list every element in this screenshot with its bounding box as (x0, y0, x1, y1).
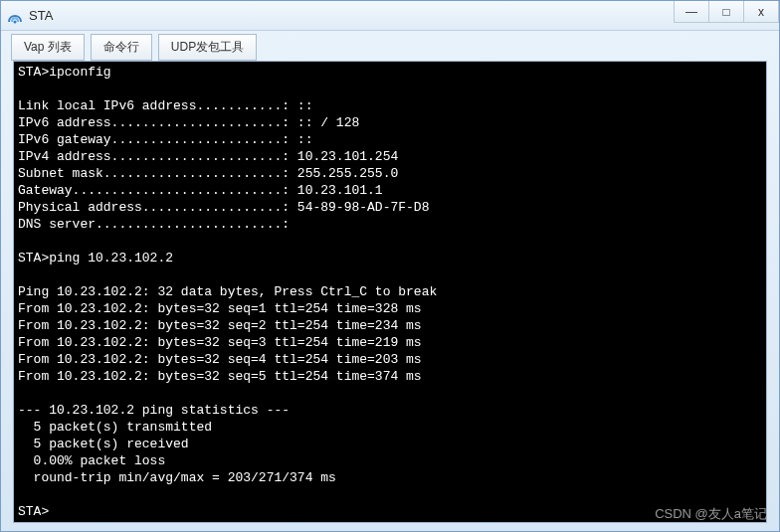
tab-vap-list[interactable]: Vap 列表 (11, 34, 85, 61)
tab-cmd[interactable]: 命令行 (91, 34, 152, 61)
minimize-button[interactable]: — (674, 1, 709, 23)
terminal-output: STA>ipconfig Link local IPv6 address....… (18, 64, 762, 520)
window-controls: — □ x (675, 1, 779, 23)
svg-point-0 (14, 20, 17, 23)
titlebar[interactable]: STA — □ x (1, 1, 779, 31)
maximize-button[interactable]: □ (708, 1, 744, 23)
window-title: STA (29, 8, 773, 23)
app-window: STA — □ x Vap 列表 命令行 UDP发包工具 STA>ipconfi… (0, 0, 780, 532)
tab-bar: Vap 列表 命令行 UDP发包工具 (1, 31, 779, 61)
tab-udp[interactable]: UDP发包工具 (158, 34, 257, 61)
terminal-panel[interactable]: STA>ipconfig Link local IPv6 address....… (13, 61, 767, 523)
close-button[interactable]: x (743, 1, 779, 23)
network-icon (7, 8, 23, 24)
